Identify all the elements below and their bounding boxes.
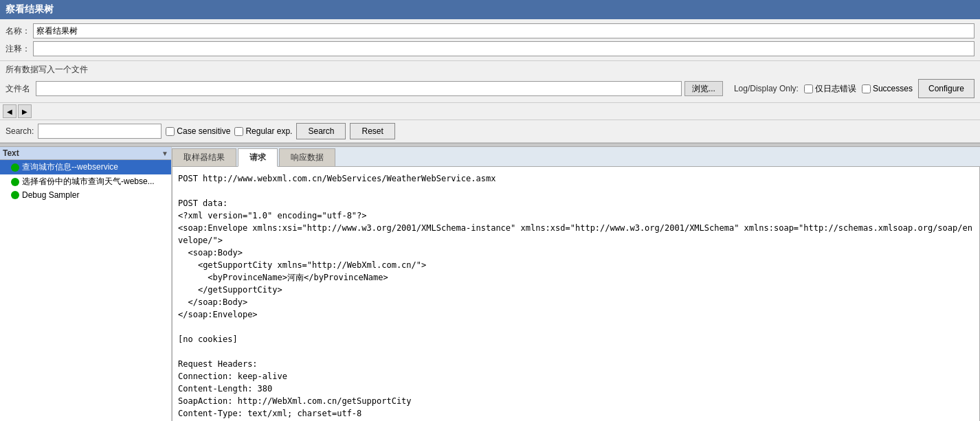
tree-item-3[interactable]: Debug Sampler	[0, 189, 171, 201]
file-input[interactable]	[36, 81, 682, 96]
configure-button[interactable]: Configure	[918, 79, 975, 98]
tab-response-data[interactable]: 响应数据	[279, 148, 335, 166]
comment-input[interactable]	[33, 41, 975, 56]
green-dot-1	[11, 163, 19, 172]
search-label: Search:	[5, 126, 34, 136]
file-section: 所有数据写入一个文件 文件名 浏览... Log/Display Only: 仅…	[0, 61, 980, 103]
prev-icon-button[interactable]: ◀	[3, 104, 16, 118]
name-label: 名称：	[5, 25, 30, 37]
tab-sampler-results[interactable]: 取样器结果	[172, 148, 236, 166]
title-text: 察看结果树	[5, 3, 54, 16]
next-icon-button[interactable]: ▶	[18, 104, 32, 118]
form-section: 名称： 注释：	[0, 19, 980, 61]
tree-item-1[interactable]: 查询城市信息--webservice	[0, 160, 171, 174]
file-section-label: 所有数据写入一个文件	[5, 65, 88, 74]
tree-item-3-label: Debug Sampler	[22, 190, 79, 200]
toolbar-section: ◀ ▶	[0, 103, 980, 120]
browse-button[interactable]: 浏览...	[684, 81, 723, 96]
case-sensitive-label: Case sensitive	[177, 126, 230, 136]
errors-checkbox-item[interactable]: 仅日志错误	[804, 83, 856, 95]
search-button[interactable]: Search	[296, 123, 346, 139]
successes-checkbox[interactable]	[862, 84, 871, 93]
dropdown-arrow-icon[interactable]: ▼	[162, 150, 168, 157]
title-bar: 察看结果树	[0, 0, 980, 19]
tab-bar: 取样器结果 请求 响应数据	[172, 147, 980, 167]
content-text: POST http://www.webxml.com.cn/WebService…	[178, 172, 974, 420]
regular-exp-item[interactable]: Regular exp.	[234, 126, 292, 136]
name-row: 名称：	[5, 22, 975, 40]
regular-exp-label: Regular exp.	[245, 126, 292, 136]
tab-request[interactable]: 请求	[238, 148, 278, 167]
right-panel: 取样器结果 请求 响应数据 POST http://www.webxml.com…	[172, 147, 980, 421]
comment-row: 注释：	[5, 40, 975, 58]
tree-item-2-label: 选择省份中的城市查询天气-webse...	[22, 176, 155, 187]
log-options: Log/Display Only: 仅日志错误 Successes Config…	[734, 79, 975, 98]
regular-exp-checkbox[interactable]	[234, 127, 243, 136]
reset-button[interactable]: Reset	[350, 123, 394, 139]
left-panel-header: Text ▼	[0, 147, 171, 160]
name-input[interactable]	[33, 23, 975, 38]
left-header-text: Text	[3, 148, 19, 158]
search-bar: Search: Case sensitive Regular exp. Sear…	[0, 120, 980, 143]
green-dot-3	[11, 191, 19, 199]
main-content: Text ▼ 查询城市信息--webservice 选择省份中的城市查询天气-w…	[0, 147, 980, 421]
errors-label: 仅日志错误	[815, 83, 856, 95]
successes-checkbox-item[interactable]: Successes	[862, 84, 913, 93]
green-dot-2	[11, 178, 19, 186]
search-input[interactable]	[38, 124, 162, 139]
toolbar-icons: ◀ ▶	[3, 104, 32, 118]
content-area: POST http://www.webxml.com.cn/WebService…	[172, 167, 980, 421]
file-label: 文件名	[5, 83, 30, 95]
case-sensitive-checkbox[interactable]	[166, 127, 175, 136]
left-panel: Text ▼ 查询城市信息--webservice 选择省份中的城市查询天气-w…	[0, 147, 172, 421]
log-display-label: Log/Display Only:	[734, 84, 799, 93]
successes-label: Successes	[873, 84, 913, 93]
tree-item-1-label: 查询城市信息--webservice	[22, 161, 118, 173]
file-row: 文件名 浏览... Log/Display Only: 仅日志错误 Succes…	[5, 78, 975, 100]
comment-label: 注释：	[5, 43, 30, 55]
errors-checkbox[interactable]	[804, 84, 813, 93]
case-sensitive-item[interactable]: Case sensitive	[166, 126, 230, 136]
tree-item-2[interactable]: 选择省份中的城市查询天气-webse...	[0, 174, 171, 189]
